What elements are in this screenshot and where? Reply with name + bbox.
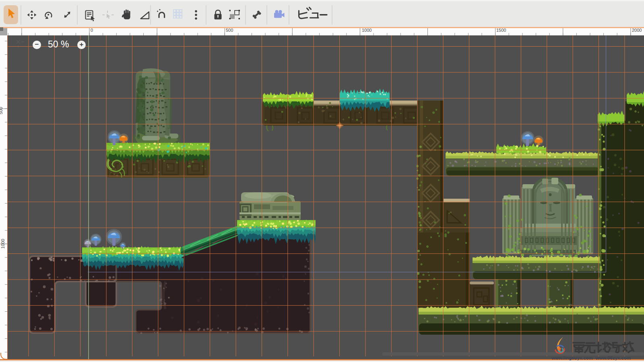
svg-text:2000: 2000 (632, 28, 642, 33)
svg-text:500: 500 (0, 107, 3, 114)
svg-text:1000: 1000 (362, 28, 372, 33)
svg-text:500: 500 (226, 28, 233, 33)
svg-text:1500: 1500 (496, 28, 506, 33)
svg-text:0: 0 (91, 28, 93, 33)
svg-text:1000: 1000 (0, 239, 5, 249)
